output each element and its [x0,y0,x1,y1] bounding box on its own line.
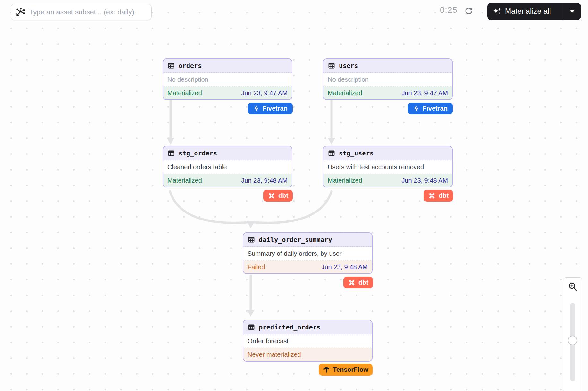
status-timestamp: Jun 23, 9:47 AM [241,89,288,97]
asset-description: Order forecast [243,334,372,348]
asset-search-input[interactable] [29,8,151,17]
zoom-in-button[interactable] [563,277,582,296]
badge-label: Fivetran [263,105,288,112]
asset-node-header: daily_order_summary [243,233,372,247]
badge-label: dbt [278,192,288,199]
badge-label: TensorFlow [333,366,368,373]
asset-node-users[interactable]: users No description Materialized Jun 23… [323,58,453,100]
asset-name: orders [179,62,202,70]
materialize-options-button[interactable] [563,10,581,13]
status-timestamp: Jun 23, 9:48 AM [241,176,288,185]
status-label: Materialized [328,176,362,185]
status-label: Never materialized [248,350,301,359]
dbt-icon [348,279,356,287]
tensorflow-icon [323,366,330,373]
asset-node-stg_users[interactable]: stg_users Users with test accounts remov… [323,146,453,187]
run-timer: 0:25 [440,5,462,15]
table-icon [167,149,175,157]
asset-description: No description [323,73,452,87]
asset-status-row: Materialized Jun 23, 9:47 AM [323,87,452,99]
asset-name: users [339,62,358,70]
integration-badge-fivetran[interactable]: Fivetran [408,103,453,114]
zoom-slider[interactable] [563,295,582,391]
table-icon [248,236,255,244]
sparkles-icon [493,7,501,16]
materialize-all-label: Materialize all [505,7,551,16]
asset-name: predicted_orders [259,323,321,331]
zoom-slider-thumb[interactable] [568,336,577,345]
asset-node-predicted_orders[interactable]: predicted_orders Order forecast Never ma… [243,320,373,362]
status-timestamp: Jun 23, 9:47 AM [401,89,448,97]
integration-badge-dbt[interactable]: dbt [343,277,373,288]
integration-badge-tensorflow[interactable]: TensorFlow [319,364,373,376]
status-label: Materialized [328,89,362,97]
zoom-panel [563,277,582,391]
integration-badge-dbt[interactable]: dbt [424,190,453,202]
asset-description: Summary of daily orders, by user [243,247,372,261]
status-label: Failed [248,263,265,271]
status-timestamp: Jun 23, 9:48 AM [401,176,448,185]
badge-label: Fivetran [423,105,448,112]
asset-graph-canvas[interactable]: orders No description Materialized Jun 2… [0,0,588,391]
asset-node-header: stg_orders [163,146,292,160]
badge-label: dbt [358,279,368,286]
asset-node-header: stg_users [323,146,452,160]
asset-description: Cleaned orders table [163,160,292,174]
table-icon [167,62,175,70]
table-icon [328,62,335,70]
asset-status-row: Materialized Jun 23, 9:48 AM [163,174,292,187]
asset-description: No description [163,73,292,87]
integration-badge-dbt[interactable]: dbt [263,190,293,202]
table-icon [328,149,335,157]
asset-name: daily_order_summary [259,236,332,244]
asset-name: stg_orders [179,149,217,157]
asset-status-row: Failed Jun 23, 9:48 AM [243,261,372,273]
dbt-icon [428,192,436,200]
materialize-all-main[interactable]: Materialize all [487,7,563,16]
status-label: Materialized [167,176,202,185]
asset-node-header: orders [163,59,292,73]
asset-status-row: Materialized Jun 23, 9:47 AM [163,87,292,99]
asset-node-orders[interactable]: orders No description Materialized Jun 2… [163,58,292,100]
asset-node-header: predicted_orders [243,320,372,334]
asset-description: Users with test accounts removed [323,160,452,174]
fivetran-icon [413,105,420,112]
badge-label: dbt [439,192,449,199]
magnifier-plus-icon [568,282,577,291]
chevron-down-icon [570,10,575,13]
table-icon [248,323,255,331]
asset-status-row: Materialized Jun 23, 9:48 AM [323,174,452,187]
asset-search-box [11,4,152,20]
asset-status-row: Never materialized [243,348,372,361]
refresh-icon [464,7,473,16]
status-timestamp: Jun 23, 9:48 AM [321,263,368,271]
dbt-icon [268,192,275,200]
fivetran-icon [253,105,260,112]
asset-graph-icon [15,7,25,17]
edge-stg_orders-daily [170,191,248,223]
materialize-all-button[interactable]: Materialize all [487,3,581,20]
asset-node-stg_orders[interactable]: stg_orders Cleaned orders table Material… [163,146,292,187]
refresh-button[interactable] [464,7,473,16]
integration-badge-fivetran[interactable]: Fivetran [248,103,293,114]
asset-node-daily_order_summary[interactable]: daily_order_summary Summary of daily ord… [243,232,373,274]
status-label: Materialized [167,89,202,97]
asset-name: stg_users [339,149,374,157]
asset-node-header: users [323,59,452,73]
